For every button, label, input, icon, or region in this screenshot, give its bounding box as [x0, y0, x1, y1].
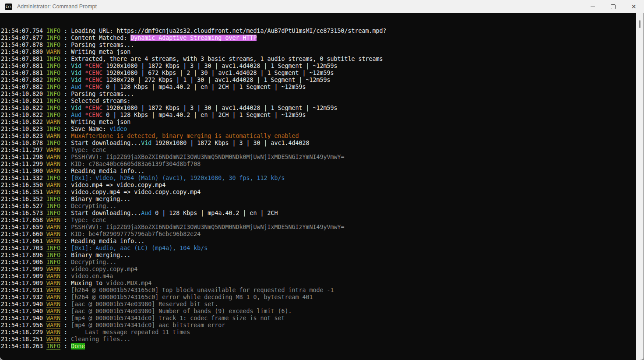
log-timestamp: 21:54:17.909: [1, 273, 46, 279]
log-line: 21:54:07.878 INFO : Parsing streams...: [1, 42, 636, 49]
log-level-badge: INFO: [46, 91, 60, 97]
log-message-segment: Vid: [71, 105, 81, 111]
log-timestamp: 21:54:16.351: [1, 189, 46, 195]
log-level-badge: WARN: [46, 273, 60, 279]
log-message-segment: [aac @ 000001b574e03980] Number of bands…: [71, 308, 292, 314]
log-level-badge: INFO: [46, 252, 60, 258]
log-timestamp: 21:54:10.820: [1, 91, 46, 97]
log-level-badge: WARN: [46, 280, 60, 286]
log-timestamp: 21:54:17.940: [1, 301, 46, 307]
log-separator: :: [60, 322, 71, 328]
log-separator: :: [60, 259, 71, 265]
log-separator: :: [60, 301, 71, 307]
log-separator: :: [60, 133, 71, 139]
log-separator: :: [60, 168, 71, 174]
close-button[interactable]: ✕: [623, 0, 644, 13]
log-level-badge: WARN: [46, 217, 60, 223]
command-prompt-window: C:\ Administrator: Command Prompt ✕ 21:5…: [0, 0, 644, 360]
log-level-badge: INFO: [46, 63, 60, 69]
scrollbar-thumb[interactable]: [639, 20, 640, 28]
log-line: 21:54:17.931 WARN : [h264 @ 000001b57431…: [1, 287, 636, 294]
log-separator: :: [60, 252, 71, 258]
log-separator: :: [60, 28, 71, 34]
log-line: 21:54:16.573 INFO : Start downloading...…: [1, 210, 636, 217]
log-message-segment: video.copy.mp4 => video.copy.copy.mp4: [71, 189, 201, 195]
log-separator: :: [60, 287, 71, 293]
minimize-button[interactable]: [582, 0, 603, 13]
log-message-segment: [h264 @ 000001b5743165c0] error while de…: [71, 294, 313, 300]
log-separator: :: [60, 182, 71, 188]
log-timestamp: 21:54:17.906: [1, 259, 46, 265]
log-level-badge: WARN: [46, 168, 60, 174]
scrollbar[interactable]: [636, 13, 644, 360]
log-timestamp: 21:54:17.661: [1, 238, 46, 244]
log-timestamp: 21:54:17.660: [1, 231, 46, 237]
log-message-segment: 0 | 128 Kbps | mp4a.40.2 | en | 2CH | 1 …: [102, 84, 306, 90]
log-timestamp: 21:54:10.822: [1, 112, 46, 118]
log-message-segment: Selected streams:: [71, 98, 130, 104]
maximize-button[interactable]: [603, 0, 623, 13]
log-lines: 21:54:07.754 INFO : Loading URL: https:/…: [1, 28, 636, 350]
log-message-segment: Content Matched:: [71, 35, 130, 41]
log-message-segment: Cleaning files...: [71, 336, 130, 342]
log-separator: :: [60, 154, 71, 160]
log-line: 21:54:10.820 INFO : Parsing streams...: [1, 91, 636, 98]
log-timestamp: 21:54:17.909: [1, 266, 46, 272]
log-timestamp: 21:54:10.821: [1, 98, 46, 104]
log-timestamp: 21:54:17.931: [1, 287, 46, 293]
log-message-segment: [81, 63, 85, 69]
log-timestamp: 21:54:07.882: [1, 84, 46, 90]
log-timestamp: 21:54:07.881: [1, 70, 46, 76]
log-separator: :: [60, 105, 71, 111]
log-line: 21:54:07.882 INFO : Vid *CENC 1280x720 |…: [1, 77, 636, 84]
maximize-icon: [611, 4, 616, 9]
log-message-segment: KID: c78ae40bc6605d83a6139f304d8bf708: [71, 161, 201, 167]
log-level-badge: INFO: [46, 343, 60, 349]
log-line: 21:54:16.527 INFO : Decrypting...: [1, 203, 636, 210]
titlebar[interactable]: C:\ Administrator: Command Prompt ✕: [0, 0, 644, 13]
log-level-badge: WARN: [46, 224, 60, 230]
log-separator: :: [60, 126, 71, 132]
log-separator: :: [60, 91, 71, 97]
log-timestamp: 21:54:07.877: [1, 35, 46, 41]
log-message-segment: PSSH(WV): Iip2ZG9jaXBoZXI6NDdmN2I3OWU3Nm…: [71, 224, 344, 230]
log-level-badge: INFO: [46, 140, 60, 146]
log-message-segment: *CENC: [85, 70, 102, 76]
log-line: 21:54:10.823 INFO : Save Name: video: [1, 126, 636, 133]
log-separator: :: [60, 336, 71, 342]
console-output[interactable]: 21:54:07.754 INFO : Loading URL: https:/…: [0, 13, 636, 360]
log-message-segment: 1920x1080 | 1872 Kbps | 3 | 30 | avc1.4d…: [102, 63, 337, 69]
log-message-segment: Writing meta json: [71, 119, 130, 125]
minimize-icon: [591, 7, 595, 7]
log-timestamp: 21:54:16.573: [1, 210, 46, 216]
log-level-badge: INFO: [46, 77, 60, 83]
log-timestamp: 21:54:11.300: [1, 168, 46, 174]
log-line: 21:54:07.881 INFO : Vid *CENC 1920x1080 …: [1, 63, 636, 70]
log-timestamp: 21:54:11.297: [1, 147, 46, 153]
log-message-segment: Writing meta json: [71, 49, 130, 55]
log-message-segment: Type: cenc: [71, 147, 106, 153]
log-level-badge: INFO: [46, 70, 60, 76]
log-message-segment: Binary merging...: [71, 196, 130, 202]
log-separator: :: [60, 231, 71, 237]
log-timestamp: 21:54:07.878: [1, 42, 46, 48]
log-message-segment: video: [109, 126, 127, 132]
log-line: 21:54:11.299 WARN : KID: c78ae40bc6605d8…: [1, 161, 636, 168]
log-line: 21:54:11.298 WARN : PSSH(WV): Iip2ZG9jaX…: [1, 154, 636, 161]
log-message-segment: Vid: [71, 63, 81, 69]
log-separator: :: [60, 35, 71, 41]
log-timestamp: 21:54:10.823: [1, 133, 46, 139]
log-line: 21:54:11.300 WARN : Reading media info..…: [1, 168, 636, 175]
log-message-segment: 0 | 128 Kbps | mp4a.40.2 | en | 2CH: [151, 210, 278, 216]
log-level-badge: INFO: [46, 105, 60, 111]
log-line: 21:54:07.881 INFO : Vid *CENC 1920x1080 …: [1, 70, 636, 77]
log-timestamp: 21:54:11.332: [1, 175, 46, 181]
log-level-badge: INFO: [46, 196, 60, 202]
log-message-segment: MuxAfterDone is detected, binary merging…: [71, 133, 299, 139]
log-level-badge: INFO: [46, 126, 60, 132]
log-separator: :: [60, 189, 71, 195]
log-level-badge: WARN: [46, 189, 60, 195]
log-message-segment: 1280x720 | 272 Kbps | 1 | 30 | avc1.4d40…: [102, 77, 330, 83]
log-line: 21:54:17.940 WARN : [mp4 @ 000001b574341…: [1, 315, 636, 322]
log-timestamp: 21:54:16.350: [1, 182, 46, 188]
